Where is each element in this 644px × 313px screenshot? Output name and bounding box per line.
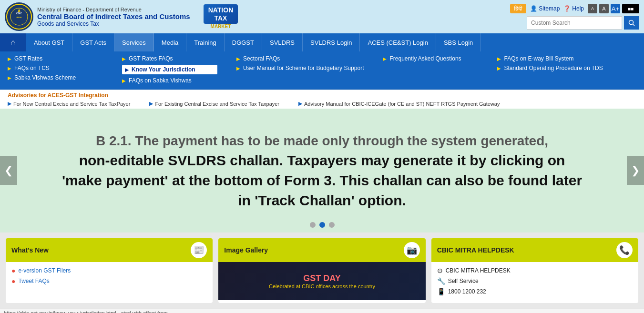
whats-new-link-1[interactable]: ● e-version GST Fliers xyxy=(11,267,207,274)
dropdown-know-jurisdiction[interactable]: ▶ Know Your Jurisdiction xyxy=(122,65,217,74)
nav-dggst[interactable]: DGGST xyxy=(225,33,262,51)
cbic-helpdesk-card: CBIC MITRA HELPDESK 📞 ⊙ CBIC MITRA HELPD… xyxy=(431,238,638,303)
gst-day-subtitle: Celebrated at CBIC offices across the co… xyxy=(269,283,375,289)
status-url: https://cbic-gst.gov.in/know-your-jurisd… xyxy=(4,310,116,313)
dropdown-gst-rates-faqs[interactable]: ▶ GST Rates FAQs xyxy=(122,55,217,62)
dropdown-faqs-sabka[interactable]: ▶ FAQs on Sabka Vishwas xyxy=(122,77,217,84)
svg-text:INDIA: INDIA xyxy=(17,16,22,19)
dropdown-sectoral-faqs[interactable]: ▶ Sectoral FAQs xyxy=(236,55,364,62)
svg-line-6 xyxy=(633,24,635,26)
sitemap-icon: 👤 xyxy=(530,5,537,12)
bullet-icon-1: ● xyxy=(11,267,15,274)
top-right: हिंदी 👤 Sitemap ❓ Help A A A+ ■■ xyxy=(510,4,639,30)
image-gallery-icon: 📷 xyxy=(404,242,420,258)
whats-new-body: ● e-version GST Fliers ● Tweet FAQs xyxy=(6,262,213,300)
self-service-link[interactable]: 🔧 Self Service xyxy=(437,277,633,285)
whats-new-card: What's New 📰 ● e-version GST Fliers ● Tw… xyxy=(6,238,213,303)
sitemap-link[interactable]: 👤 Sitemap xyxy=(530,5,560,12)
advisory-arrow-3: ▶ xyxy=(298,101,302,107)
self-service-icon: 🔧 xyxy=(437,277,445,285)
help-link[interactable]: ❓ Help xyxy=(563,5,584,12)
cbic-helpdesk-header: CBIC MITRA HELPDESK 📞 xyxy=(431,238,638,262)
main-title: Central Board of Indirect Taxes and Cust… xyxy=(37,12,190,20)
nav-training[interactable]: Training xyxy=(186,33,224,51)
dropdown-sabka-vishwas[interactable]: ▶ Sabka Vishwas Scheme xyxy=(8,74,103,81)
nav-services[interactable]: Services xyxy=(114,33,154,51)
slider-dot-2[interactable] xyxy=(319,222,325,228)
dropdown-eway-bill[interactable]: ▶ FAQs on E-way Bill System xyxy=(497,55,603,62)
advisory-arrow-2: ▶ xyxy=(149,101,153,107)
bullet-icon-2: ● xyxy=(11,277,15,285)
nation-tax-logo: NATION TAX MARKET xyxy=(204,4,238,30)
search-button[interactable] xyxy=(624,16,639,30)
phone-link[interactable]: 📱 1800 1200 232 xyxy=(437,288,633,295)
logo-text: Ministry of Finance - Department of Reve… xyxy=(37,7,190,27)
search-input[interactable] xyxy=(527,16,622,30)
advisory-link-new[interactable]: ▶ For New Central Excise and Service Tax… xyxy=(8,101,130,107)
cbic-mitra-link[interactable]: ⊙ CBIC MITRA HELPDESK xyxy=(437,267,633,274)
svg-point-5 xyxy=(629,20,634,25)
gst-day-title: GST DAY xyxy=(303,273,340,283)
status-bar: https://cbic-gst.gov.in/know-your-jurisd… xyxy=(0,309,644,313)
advisory-arrow-1: ▶ xyxy=(8,101,11,107)
hindi-button[interactable]: हिंदी xyxy=(510,4,526,13)
nav-media[interactable]: Media xyxy=(154,33,186,51)
cbic-helpdesk-title: CBIC MITRA HELPDESK xyxy=(437,246,514,254)
dropdown-col-2: ▶ GST Rates FAQs ▶ Know Your Jurisdictio… xyxy=(122,55,217,84)
nav-about-gst[interactable]: About GST xyxy=(26,33,72,51)
ntm-line3: MARKET xyxy=(211,24,231,29)
advisory-link-existing[interactable]: ▶ For Existing Central Excise and Servic… xyxy=(149,101,279,107)
slider-dot-3[interactable] xyxy=(329,222,335,228)
cbic-helpdesk-body: ⊙ CBIC MITRA HELPDESK 🔧 Self Service 📱 1… xyxy=(431,262,638,303)
gst-day-image: GST DAY Celebrated at CBIC offices acros… xyxy=(218,262,425,300)
dropdown-menu: ▶ GST Rates ▶ FAQs on TCS ▶ Sabka Vishwa… xyxy=(0,51,644,90)
image-gallery-title: Image Gallery xyxy=(224,246,268,254)
font-decrease-button[interactable]: A xyxy=(588,4,597,13)
slider-next-button[interactable]: ❯ xyxy=(627,156,644,185)
nav-bar: ⌂ About GST GST Acts Services Media Trai… xyxy=(0,33,644,51)
nav-home-button[interactable]: ⌂ xyxy=(0,33,26,51)
dropdown-col-3: ▶ Sectoral FAQs ▶ User Manual for Scheme… xyxy=(236,55,364,84)
advisory-bar: Advisories for ACES-GST Integration ▶ Fo… xyxy=(0,90,644,109)
logo-area: CBIC INDIA Ministry of Finance - Departm… xyxy=(5,2,238,31)
whats-new-icon: 📰 xyxy=(191,242,207,258)
dropdown-sop-tds[interactable]: ▶ Standard Operating Procedure on TDS xyxy=(497,65,603,71)
font-increase-button[interactable]: A+ xyxy=(611,4,620,13)
cbic-logo: CBIC INDIA xyxy=(5,2,33,31)
sub-title: Goods and Services Tax xyxy=(37,20,190,27)
image-gallery-header: Image Gallery 📷 xyxy=(218,238,425,262)
nav-svldrs[interactable]: SVLDRS xyxy=(262,33,303,51)
nav-sbs-login[interactable]: SBS Login xyxy=(436,33,481,51)
status-suffix: cted with effect from xyxy=(121,310,168,313)
dropdown-col-5: ▶ FAQs on E-way Bill System ▶ Standard O… xyxy=(497,55,603,84)
dropdown-user-manual[interactable]: ▶ User Manual for Scheme for Budgetary S… xyxy=(236,65,364,71)
advisory-link-cbic[interactable]: ▶ Advisory Manual for CBIC-ICEGate (for … xyxy=(298,101,500,107)
cbic-circle-icon: ⊙ xyxy=(437,267,443,274)
dropdown-col-1: ▶ GST Rates ▶ FAQs on TCS ▶ Sabka Vishwa… xyxy=(8,55,103,84)
ntm-line2: TAX xyxy=(208,14,234,22)
slider-dots xyxy=(310,222,335,228)
contrast-button[interactable]: ■■ xyxy=(622,4,639,13)
slider-prev-button[interactable]: ❮ xyxy=(0,156,17,185)
top-links: हिंदी 👤 Sitemap ❓ Help A A A+ ■■ xyxy=(510,4,639,13)
image-gallery-card: Image Gallery 📷 GST DAY Celebrated at CB… xyxy=(218,238,425,303)
whats-new-link-2[interactable]: ● Tweet FAQs xyxy=(11,277,207,285)
nav-aces-login[interactable]: ACES (CE&ST) Login xyxy=(360,33,436,51)
dropdown-faqs-tcs[interactable]: ▶ FAQs on TCS xyxy=(8,65,103,71)
font-normal-button[interactable]: A xyxy=(599,4,609,13)
dropdown-gst-rates[interactable]: ▶ GST Rates xyxy=(8,55,103,62)
nav-gst-acts[interactable]: GST Acts xyxy=(72,33,114,51)
font-controls: A A A+ ■■ xyxy=(588,4,639,13)
nav-svldrs-login[interactable]: SVLDRS Login xyxy=(303,33,360,51)
svg-text:CBIC: CBIC xyxy=(16,12,22,15)
dropdown-freq-asked[interactable]: ▶ Frequently Asked Questions xyxy=(383,55,478,62)
cards-row: What's New 📰 ● e-version GST Fliers ● Tw… xyxy=(0,232,644,309)
slider-dot-1[interactable] xyxy=(310,222,316,228)
cbic-helpdesk-icon: 📞 xyxy=(616,242,633,258)
whats-new-title: What's New xyxy=(11,246,49,254)
dept-line1: Ministry of Finance - Department of Reve… xyxy=(37,7,190,12)
whats-new-header: What's New 📰 xyxy=(6,238,213,262)
nav-items: About GST GST Acts Services Media Traini… xyxy=(26,33,481,51)
slider-area: ❮ B 2.1. The payment has to be made only… xyxy=(0,109,644,232)
help-icon: ❓ xyxy=(563,5,571,12)
